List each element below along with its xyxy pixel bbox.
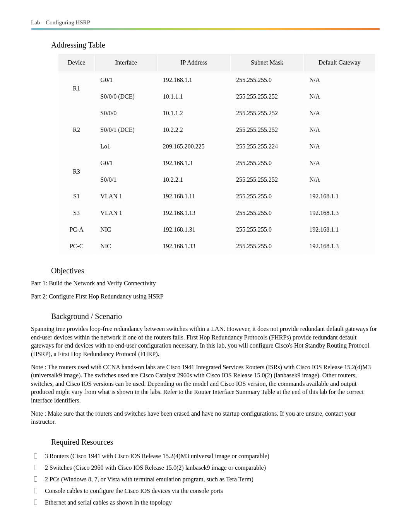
cell-interface: S0/0/1 [95,172,157,188]
col-interface: Interface [95,54,157,72]
cell-ip: 192.168.1.31 [157,222,230,238]
table-row: Lo1209.165.200.225255.255.255.224N/A [58,138,375,155]
table-row: S0/0/1 (DCE)10.2.2.2255.255.255.252N/A [58,122,375,138]
cell-gateway: N/A [304,72,375,89]
cell-interface: VLAN 1 [95,188,157,205]
cell-device: PC-A [58,222,95,238]
cell-interface: NIC [95,238,157,255]
cell-mask: 255.255.255.252 [231,89,304,105]
cell-gateway: N/A [304,138,375,155]
table-row: S0/0/0 (DCE)10.1.1.1255.255.255.252N/A [58,89,375,105]
table-row: PC-CNIC192.168.1.33255.255.255.0192.168.… [58,238,375,255]
cell-gateway: 192.168.1.1 [304,222,375,238]
cell-mask: 255.255.255.0 [231,222,304,238]
list-item: 2 PCs (Windows 8, 7, or Vista with termi… [31,474,380,485]
cell-device: PC-C [58,238,95,255]
list-item: 2 Switches (Cisco 2960 with Cisco IOS Re… [31,462,380,474]
resources-heading: Required Resources [51,438,380,447]
cell-gateway: 192.168.1.3 [304,238,375,255]
cell-device: R1 [58,72,95,105]
cell-gateway: N/A [304,105,375,122]
table-row: S3VLAN 1192.168.1.13255.255.255.0192.168… [58,205,375,222]
cell-device: R3 [58,155,95,188]
objectives-part2: Part 2: Configure First Hop Redundancy u… [31,292,380,301]
cell-ip: 10.2.2.1 [157,172,230,188]
cell-interface: G0/1 [95,155,157,172]
cell-ip: 192.168.1.1 [157,72,230,89]
table-row: R2S0/0/010.1.1.2255.255.255.252N/A [58,105,375,122]
cell-interface: G0/1 [95,72,157,89]
cell-mask: 255.255.255.0 [231,205,304,222]
cell-ip: 192.168.1.11 [157,188,230,205]
col-device: Device [58,54,95,72]
cell-interface: S0/0/0 [95,105,157,122]
cell-mask: 255.255.255.0 [231,155,304,172]
col-mask: Subnet Mask [231,54,304,72]
cell-ip: 209.165.200.225 [157,138,230,155]
cell-gateway: N/A [304,89,375,105]
background-p3: Note : Make sure that the routers and sw… [31,409,380,426]
cell-interface: NIC [95,222,157,238]
col-gateway: Default Gateway [304,54,375,72]
cell-mask: 255.255.255.224 [231,138,304,155]
resources-list: 3 Routers (Cisco 1941 with Cisco IOS Rel… [31,450,380,508]
list-item: Ethernet and serial cables as shown in t… [31,497,380,508]
cell-interface: S0/0/0 (DCE) [95,89,157,105]
cell-ip: 10.1.1.1 [157,89,230,105]
cell-gateway: N/A [304,155,375,172]
cell-interface: Lo1 [95,138,157,155]
cell-ip: 192.168.1.3 [157,155,230,172]
cell-mask: 255.255.255.0 [231,188,304,205]
cell-ip: 10.1.1.2 [157,105,230,122]
cell-gateway: 192.168.1.3 [304,205,375,222]
cell-gateway: N/A [304,172,375,188]
cell-ip: 192.168.1.33 [157,238,230,255]
table-row: R1G0/1192.168.1.1255.255.255.0N/A [58,72,375,89]
cell-mask: 255.255.255.0 [231,72,304,89]
table-row: R3G0/1192.168.1.3255.255.255.0N/A [58,155,375,172]
cell-interface: S0/0/1 (DCE) [95,122,157,138]
header-rule [31,28,380,30]
cell-device: R2 [58,105,95,155]
objectives-heading: Objectives [51,266,380,275]
objectives-part1: Part 1: Build the Network and Verify Con… [31,279,380,288]
list-item: 3 Routers (Cisco 1941 with Cisco IOS Rel… [31,450,380,462]
cell-ip: 10.2.2.2 [157,122,230,138]
cell-gateway: N/A [304,122,375,138]
background-p1: Spanning tree provides loop-free redunda… [31,325,380,358]
cell-interface: VLAN 1 [95,205,157,222]
cell-device: S3 [58,205,95,222]
addressing-table: Device Interface IP Address Subnet Mask … [58,53,375,255]
cell-mask: 255.255.255.252 [231,105,304,122]
cell-ip: 192.168.1.13 [157,205,230,222]
page-header: Lab – Configuring HSRP [31,19,380,28]
cell-gateway: 192.168.1.1 [304,188,375,205]
cell-mask: 255.255.255.252 [231,122,304,138]
col-ip: IP Address [157,54,230,72]
list-item: Console cables to configure the Cisco IO… [31,485,380,497]
table-row: S1VLAN 1192.168.1.11255.255.255.0192.168… [58,188,375,205]
cell-mask: 255.255.255.0 [231,238,304,255]
background-heading: Background / Scenario [51,312,380,321]
table-row: PC-ANIC192.168.1.31255.255.255.0192.168.… [58,222,375,238]
cell-mask: 255.255.255.252 [231,172,304,188]
addressing-table-heading: Addressing Table [51,41,380,49]
table-row: S0/0/110.2.2.1255.255.255.252N/A [58,172,375,188]
background-p2: Note : The routers used with CCNA hands-… [31,363,380,405]
cell-device: S1 [58,188,95,205]
